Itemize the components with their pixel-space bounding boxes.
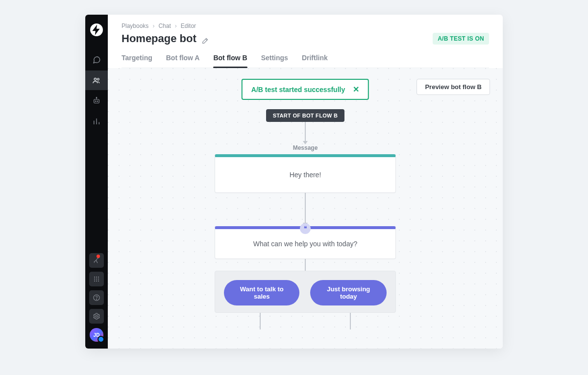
svg-point-11	[98, 279, 99, 280]
arrow-down-icon	[303, 141, 308, 144]
tab-driftlink[interactable]: Driftlink	[302, 54, 328, 68]
flow-canvas[interactable]: A/B test started successfully ✕ Preview …	[108, 68, 503, 349]
option-button-sales[interactable]: Want to talk to sales	[224, 280, 299, 305]
sidebar-item-bot[interactable]	[85, 91, 108, 111]
tab-targeting[interactable]: Targeting	[122, 54, 152, 68]
svg-point-10	[96, 279, 97, 280]
chevron-right-icon: ›	[175, 23, 177, 29]
flow-start-label: START OF BOT FLOW B	[266, 109, 345, 122]
edit-title-icon[interactable]	[201, 35, 209, 43]
sidebar-nav-top	[85, 50, 108, 131]
chevron-right-icon: ›	[152, 23, 154, 29]
option-button-browsing[interactable]: Just browsing today	[310, 280, 387, 305]
svg-point-3	[96, 97, 97, 98]
breadcrumb-item[interactable]: Playbooks	[122, 23, 148, 29]
message-card[interactable]: Hey there!	[215, 154, 396, 193]
svg-point-12	[94, 281, 95, 281]
breadcrumb-item[interactable]: Chat	[158, 23, 171, 29]
question-card[interactable]: ❝ What can we help you with today?	[215, 226, 396, 259]
page-title: Homepage bot	[122, 32, 209, 45]
sidebar-item-help[interactable]	[89, 290, 104, 305]
notification-dot-icon	[97, 255, 100, 258]
connector-line	[303, 122, 308, 144]
svg-point-14	[98, 281, 99, 281]
svg-point-1	[98, 78, 99, 80]
header: Playbooks › Chat › Editor Homepage bot A…	[108, 15, 503, 68]
tabs: Targeting Bot flow A Bot flow B Settings…	[122, 54, 489, 68]
branch-connectors	[215, 313, 396, 329]
sidebar-item-apps[interactable]	[89, 272, 104, 286]
sidebar-item-chat[interactable]	[85, 50, 108, 70]
svg-point-4	[95, 101, 96, 102]
svg-point-13	[96, 281, 97, 281]
message-card-text: Hey there!	[290, 171, 321, 179]
svg-point-0	[94, 78, 97, 81]
preview-button[interactable]: Preview bot flow B	[416, 79, 490, 95]
ab-test-badge: A/B TEST IS ON	[433, 33, 489, 45]
sidebar-item-analytics[interactable]	[85, 112, 108, 131]
sidebar-nav-bottom: JD	[85, 252, 108, 349]
question-card-text: What can we help you with today?	[253, 240, 357, 248]
breadcrumb-item[interactable]: Editor	[181, 23, 196, 29]
sidebar-item-contacts[interactable]	[85, 70, 108, 90]
svg-point-8	[98, 277, 99, 278]
svg-rect-2	[94, 99, 99, 103]
sidebar-item-settings[interactable]	[89, 309, 104, 324]
connector-line	[305, 259, 306, 271]
flow-column: START OF BOT FLOW B Message Hey there! ❝…	[215, 109, 396, 329]
logo-icon	[90, 23, 103, 36]
toast-message: A/B test started successfully	[251, 86, 345, 94]
quote-icon: ❝	[300, 223, 311, 234]
svg-point-16	[96, 299, 97, 300]
main: Playbooks › Chat › Editor Homepage bot A…	[108, 15, 503, 349]
tab-settings[interactable]: Settings	[261, 54, 288, 68]
svg-point-17	[96, 315, 98, 317]
svg-point-7	[96, 277, 97, 278]
options-card[interactable]: Want to talk to sales Just browsing toda…	[215, 271, 396, 313]
user-avatar[interactable]: JD	[90, 328, 103, 342]
sidebar: JD	[85, 15, 108, 349]
sidebar-item-announcements[interactable]	[89, 253, 104, 268]
svg-point-9	[94, 279, 95, 280]
svg-point-5	[97, 101, 98, 102]
section-label-message: Message	[293, 144, 318, 151]
close-icon[interactable]: ✕	[353, 85, 359, 94]
success-toast: A/B test started successfully ✕	[242, 79, 369, 100]
page-title-text: Homepage bot	[122, 32, 196, 45]
app-shell: JD Playbooks › Chat › Editor Homepage bo…	[85, 15, 503, 349]
avatar-initials: JD	[94, 332, 100, 338]
svg-point-6	[94, 277, 95, 278]
connector-line	[303, 193, 308, 226]
title-row: Homepage bot A/B TEST IS ON	[122, 32, 489, 45]
tab-bot-flow-a[interactable]: Bot flow A	[166, 54, 200, 68]
tab-bot-flow-b[interactable]: Bot flow B	[213, 54, 247, 68]
breadcrumb: Playbooks › Chat › Editor	[122, 23, 489, 29]
